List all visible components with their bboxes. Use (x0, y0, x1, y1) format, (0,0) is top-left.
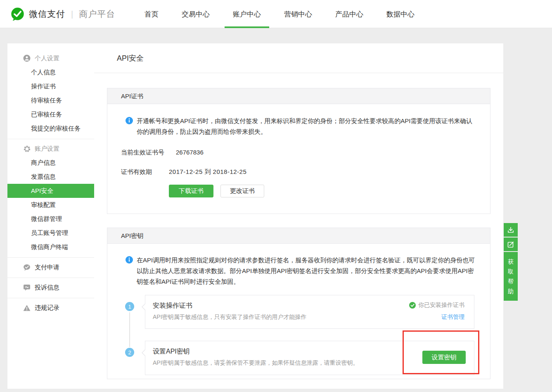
sidebar-item-商户信息[interactable]: 商户信息 (7, 156, 94, 170)
brand-name: 微信支付 (29, 8, 65, 20)
info-icon (126, 256, 133, 264)
wechat-pay-logo-icon (10, 7, 25, 21)
nav-item-营销中心[interactable]: 营销中心 (276, 0, 320, 28)
sidebar-group-label: 个人设置 (35, 55, 59, 62)
info-icon (126, 117, 133, 124)
sidebar-group-个人设置: 个人设置个人信息操作证书待审核任务已审核任务我提交的审核任务 (7, 43, 94, 139)
sidebar: 个人设置个人信息操作证书待审核任务已审核任务我提交的审核任务账户设置商户信息发票… (7, 43, 94, 389)
cert-number-value: 26767836 (176, 149, 204, 156)
sidebar-item-操作证书[interactable]: 操作证书 (7, 79, 94, 93)
user-icon (23, 55, 31, 62)
cert-info-text: 开通帐号和更换API证书时，由微信支付签发，用来标识和界定你的身份；部分安全性要… (137, 116, 475, 137)
download-help-button[interactable] (504, 223, 518, 237)
sidebar-link-label: 投诉信息 (35, 284, 59, 292)
sidebar-group-账户设置: 账户设置商户信息发票信息API安全审核配置微信群管理员工账号管理微信商户终端 (7, 139, 94, 257)
sidebar-item-发票信息[interactable]: 发票信息 (7, 170, 94, 184)
cert-manage-link[interactable]: 证书管理 (441, 314, 464, 321)
warning-icon (23, 304, 31, 311)
cert-info-row: 开通帐号和更换API证书时，由微信支付签发，用来标识和界定你的身份；部分安全性要… (126, 116, 475, 137)
sidebar-group-header-账户设置[interactable]: 账户设置 (7, 142, 94, 156)
cert-number-row: 当前生效证书号 26767836 (107, 149, 490, 157)
api-cert-panel: API证书 开通帐号和更换API证书时，由微信支付签发，用来标识和界定你的身份；… (107, 88, 490, 214)
download-cert-button[interactable]: 下载证书 (169, 185, 213, 197)
cert-number-label: 当前生效证书号 (121, 149, 164, 157)
sidebar-item-待审核任务[interactable]: 待审核任务 (7, 93, 94, 107)
top-header: 微信支付 | 商户平台 首页交易中心账户中心营销中心产品中心数据中心 (0, 0, 552, 28)
sidebar-group-label: 账户设置 (35, 145, 59, 153)
main-content: API安全 API证书 开通帐号和更换API证书时，由微信支付签发，用来标识和界… (94, 43, 503, 389)
step-1-desc: API密钥属于敏感信息，只有安装了操作证书的用户才能操作 (153, 314, 307, 321)
sidebar-item-我提交的审核任务[interactable]: 我提交的审核任务 (7, 121, 94, 135)
download-icon (507, 226, 514, 234)
set-key-button[interactable]: 设置密钥 (422, 351, 466, 364)
edit-icon (507, 241, 514, 248)
step-2-title: 设置API密钥 (153, 347, 190, 356)
nav-item-产品中心[interactable]: 产品中心 (327, 0, 372, 28)
step-1-title: 安装操作证书 (153, 302, 192, 310)
sidebar-link-投诉信息[interactable]: 投诉信息 (7, 280, 94, 295)
cert-validity-value: 2017-12-25 到 2018-12-25 (169, 168, 246, 176)
get-help-button[interactable]: 获取帮助 (504, 252, 518, 301)
api-key-panel-title: API密钥 (107, 228, 490, 244)
sidebar-item-个人信息[interactable]: 个人信息 (7, 65, 94, 79)
main-nav: 首页交易中心账户中心营销中心产品中心数据中心 (133, 0, 426, 28)
logo[interactable]: 微信支付 | 商户平台 (10, 0, 115, 28)
sidebar-item-微信群管理[interactable]: 微信群管理 (7, 212, 94, 226)
key-info-row: 在API调用时用来按照指定规则对你的请求参数进行签名，服务器收到你的请求时会进行… (126, 255, 475, 287)
success-check-icon (409, 302, 416, 309)
nav-item-账户中心[interactable]: 账户中心 (225, 0, 269, 28)
sidebar-link-支付申请[interactable]: 支付申请 (7, 260, 94, 274)
nav-item-数据中心[interactable]: 数据中心 (378, 0, 423, 28)
nav-item-首页[interactable]: 首页 (136, 0, 167, 28)
sidebar-item-API安全[interactable]: API安全 (7, 184, 94, 198)
sidebar-item-已审核任务[interactable]: 已审核任务 (7, 107, 94, 121)
cert-validity-row: 证书有效期 2017-12-25 到 2018-12-25 (107, 168, 490, 176)
wechat-bubble-icon (23, 264, 31, 271)
floating-help-bar: 获取帮助 (504, 223, 518, 302)
get-help-label-char: 取 (508, 266, 514, 276)
sidebar-group-header-个人设置[interactable]: 个人设置 (7, 51, 94, 65)
sidebar-section-投诉信息: 投诉信息 (7, 278, 94, 298)
step-2-desc: API密钥属于敏感信息，请妥善保管不要泄露，如果怀疑信息泄露，请重设密钥。 (153, 359, 359, 367)
sidebar-item-员工账号管理[interactable]: 员工账号管理 (7, 226, 94, 240)
sidebar-link-label: 违规记录 (35, 304, 59, 312)
get-help-label-char: 获 (508, 257, 514, 266)
get-help-label-char: 帮 (508, 276, 514, 286)
get-help-label-char: 助 (508, 286, 514, 296)
comment-icon (23, 284, 31, 291)
change-cert-button[interactable]: 更改证书 (220, 185, 264, 197)
step-2-card: 设置API密钥 API密钥属于敏感信息，请妥善保管不要泄露，如果怀疑信息泄露，请… (145, 341, 474, 375)
sidebar-link-label: 支付申请 (35, 264, 59, 271)
step-2-badge: 2 (125, 348, 134, 357)
logo-divider: | (71, 10, 73, 19)
portal-name: 商户平台 (79, 8, 115, 20)
sidebar-link-违规记录[interactable]: 违规记录 (7, 301, 94, 315)
sidebar-item-微信商户终端[interactable]: 微信商户终端 (7, 240, 94, 254)
sidebar-section-违规记录: 违规记录 (7, 298, 94, 318)
gear-icon (23, 145, 31, 152)
step-1-status: 你已安装操作证书 (409, 302, 464, 309)
step-1-status-text: 你已安装操作证书 (418, 302, 464, 309)
api-cert-panel-title: API证书 (107, 88, 490, 104)
step-connector-line (129, 312, 130, 347)
sidebar-item-审核配置[interactable]: 审核配置 (7, 198, 94, 212)
page-title: API安全 (117, 53, 144, 63)
api-key-panel: API密钥 在API调用时用来按照指定规则对你的请求参数进行签名，服务器收到你的… (107, 228, 490, 379)
feedback-help-button[interactable] (504, 238, 518, 251)
key-info-text: 在API调用时用来按照指定规则对你的请求参数进行签名，服务器收到你的请求时会进行… (137, 255, 475, 287)
step-1-card: 安装操作证书 API密钥属于敏感信息，只有安装了操作证书的用户才能操作 你已安装… (145, 295, 474, 329)
nav-item-交易中心[interactable]: 交易中心 (173, 0, 218, 28)
page-title-row: API安全 (94, 43, 503, 73)
cert-validity-label: 证书有效期 (121, 168, 152, 176)
step-1-badge: 1 (125, 302, 134, 311)
sidebar-section-支付申请: 支付申请 (7, 257, 94, 278)
